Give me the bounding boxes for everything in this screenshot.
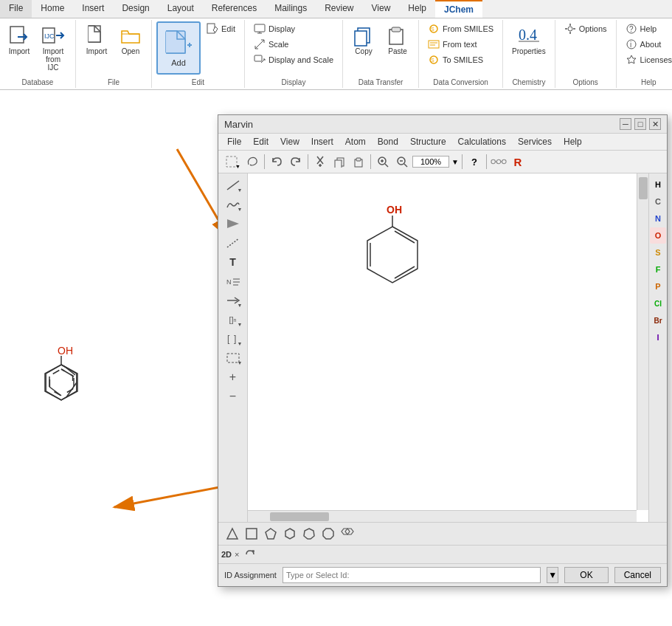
text-tool[interactable]: T (222, 253, 244, 271)
help-button[interactable]: ? Help (621, 21, 672, 36)
to-smiles-button[interactable]: S To SMILES (423, 52, 498, 67)
zoom-out-tool[interactable] (393, 153, 411, 171)
copy-tool[interactable] (330, 153, 348, 171)
marvin-menubar: File Edit View Insert Atom Bond Structur… (218, 134, 667, 151)
options-button[interactable]: Options (560, 21, 612, 36)
cancel-button[interactable]: Cancel (614, 567, 661, 583)
pentagon-shape[interactable] (263, 526, 279, 542)
octagon-shape[interactable] (320, 526, 336, 542)
v-scrollbar[interactable] (637, 173, 648, 510)
licenses-button[interactable]: Licenses (621, 52, 672, 67)
group-database-label: Database (0, 78, 75, 86)
import-from-ijc-button[interactable]: IJC Import from IJC (35, 21, 71, 74)
element-N[interactable]: N (650, 210, 666, 227)
lasso-tool[interactable] (243, 153, 261, 171)
svg-rect-0 (10, 27, 24, 43)
about-button[interactable]: i About (621, 37, 672, 52)
element-C[interactable]: C (650, 193, 666, 210)
numbering-tool[interactable]: N (222, 272, 244, 290)
tab-jchem[interactable]: JChem (435, 0, 482, 18)
scale-button[interactable]: Scale (249, 37, 338, 52)
tab-insert[interactable]: Insert (73, 0, 113, 18)
tab-layout[interactable]: Layout (159, 0, 203, 18)
menu-insert[interactable]: Insert (305, 135, 339, 148)
menu-services[interactable]: Services (512, 135, 558, 148)
element-P[interactable]: P (650, 278, 666, 295)
from-smiles-button[interactable]: S From SMILES (423, 21, 498, 36)
close-button[interactable]: ✕ (649, 118, 661, 130)
id-dropdown[interactable]: ▼ (547, 567, 558, 583)
import-button[interactable]: Import (4, 21, 34, 58)
paste-button[interactable]: Paste (381, 21, 414, 58)
help-tool[interactable]: ? (465, 153, 483, 171)
ok-button[interactable]: OK (564, 567, 608, 583)
zoom-input[interactable] (412, 156, 449, 168)
edit-small-button[interactable]: Edit (202, 21, 240, 36)
menu-file[interactable]: File (221, 135, 247, 148)
minimize-button[interactable]: ─ (620, 118, 631, 130)
from-text-button[interactable]: From text (423, 37, 498, 52)
import-file-button[interactable]: Import (80, 21, 113, 58)
single-bond-tool[interactable]: ▼ (222, 176, 244, 194)
minus-tool[interactable]: − (222, 388, 244, 405)
tab-mailings[interactable]: Mailings (266, 0, 316, 18)
menu-view[interactable]: View (274, 135, 305, 148)
h-scrollbar[interactable] (248, 510, 637, 522)
bracket-tool[interactable]: []n ▼ (222, 311, 244, 329)
paste-tool[interactable] (350, 153, 367, 171)
display-and-scale-button[interactable]: Display and Scale (249, 52, 338, 67)
arrow-tool[interactable]: ▼ (222, 292, 244, 309)
wavy-bond-tool[interactable]: ▼ (222, 196, 244, 213)
menu-atom[interactable]: Atom (339, 135, 372, 148)
double-hexagon-shape[interactable] (339, 526, 356, 542)
r-group-tool[interactable]: R (509, 153, 527, 171)
v-scroll-thumb[interactable] (639, 177, 648, 199)
cut-tool[interactable] (311, 153, 329, 171)
add-button[interactable]: Add (156, 21, 201, 75)
maximize-button[interactable]: □ (634, 118, 646, 130)
properties-button[interactable]: 0.4 Properties (508, 21, 550, 58)
open-button[interactable]: Open (114, 21, 147, 58)
chain-tool[interactable] (490, 153, 508, 171)
tab-help[interactable]: Help (399, 0, 435, 18)
element-Br[interactable]: Br (650, 312, 666, 329)
stereo-bond-tool[interactable] (222, 215, 244, 233)
element-O[interactable]: O (650, 227, 666, 244)
menu-edit[interactable]: Edit (247, 135, 274, 148)
refresh-tool[interactable] (243, 547, 257, 562)
id-input[interactable] (283, 567, 541, 583)
menu-help[interactable]: Help (558, 135, 588, 148)
menu-calculations[interactable]: Calculations (452, 135, 512, 148)
group-edit-label: Edit (152, 78, 244, 86)
hexagon-shape[interactable] (282, 526, 298, 542)
element-F[interactable]: F (650, 261, 666, 278)
tab-home[interactable]: Home (32, 0, 73, 18)
element-Cl[interactable]: Cl (650, 295, 666, 312)
phenol-word: OH (15, 341, 96, 432)
square-bracket-tool[interactable]: [] ▼ (222, 330, 244, 348)
zoom-in-tool[interactable] (374, 153, 392, 171)
menu-bond[interactable]: Bond (372, 135, 404, 148)
menu-structure[interactable]: Structure (404, 135, 452, 148)
triangle-shape[interactable] (224, 526, 240, 542)
h-scroll-thumb[interactable] (270, 512, 329, 521)
tab-view[interactable]: View (363, 0, 400, 18)
select-tool[interactable]: ▼ (221, 153, 242, 171)
tab-file[interactable]: File (0, 0, 32, 18)
rect-select-tool[interactable]: ▼ (222, 349, 244, 367)
element-I[interactable]: I (650, 329, 666, 345)
redo-tool[interactable] (287, 153, 305, 171)
copy-button[interactable]: Copy (347, 21, 380, 58)
plus-tool[interactable]: + (222, 368, 244, 386)
square-shape[interactable] (243, 526, 260, 542)
marvin-canvas[interactable]: OH (248, 173, 648, 522)
dashed-bond-tool[interactable] (222, 234, 244, 252)
tab-review[interactable]: Review (316, 0, 362, 18)
element-H[interactable]: H (650, 176, 666, 193)
tab-design[interactable]: Design (113, 0, 158, 18)
tab-references[interactable]: References (203, 0, 266, 18)
element-S[interactable]: S (650, 244, 666, 261)
display-button[interactable]: Display (249, 21, 338, 36)
heptagon-shape[interactable] (301, 526, 317, 542)
undo-tool[interactable] (268, 153, 285, 171)
